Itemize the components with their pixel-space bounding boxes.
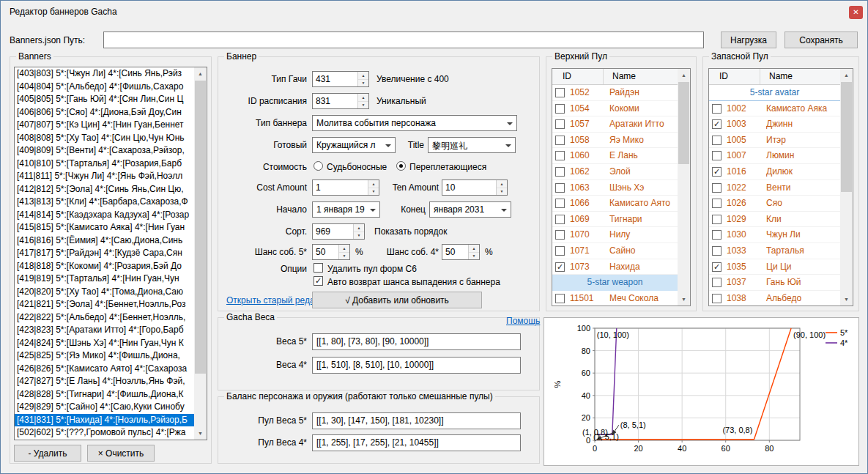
pool-row[interactable]: 1038Альбедо — [709, 291, 840, 305]
banner-list-item[interactable]: [428|828] 5*:[Тигнари] 4*:[Фишль,Диона,К — [15, 388, 194, 401]
banner-list-item[interactable]: [409|809] 5*:[Венти] 4*:[Сахароза,Рэйзор… — [15, 144, 194, 158]
spinner-buttons-icon[interactable] — [496, 180, 507, 195]
pool-row[interactable]: 1003Джинн — [709, 116, 840, 133]
weights4-input[interactable]: [[1, 510], [8, 510], [10, 10000]] — [312, 357, 521, 374]
scrollbar-up-icon[interactable] — [678, 69, 690, 81]
pool-row[interactable]: 1022Венти — [709, 180, 840, 196]
pool-row-checkbox[interactable] — [555, 119, 565, 129]
pool-row[interactable]: 1060Е Лань — [552, 148, 678, 164]
pool-row[interactable]: 1029Кли — [709, 212, 840, 228]
pool-row-checkbox[interactable] — [555, 215, 565, 224]
spinner-buttons-icon[interactable] — [357, 72, 368, 86]
banner-list-item[interactable]: [416|816] 5*:[Ёимия] 4*:[Саю,Диона,Синь — [15, 234, 194, 248]
banner-list-item[interactable]: [406|806] 5*:[Сяо] 4*:[Диона,Бэй Доу,Син — [15, 106, 194, 119]
pool-row[interactable]: 1062Элой — [552, 164, 678, 180]
scrollbar-up-icon[interactable] — [194, 67, 207, 80]
spinner-buttons-icon[interactable] — [338, 245, 349, 259]
banner-list-item[interactable]: [423|823] 5*:[Аратаки Итто] 4*:[Горо,Бар… — [15, 324, 194, 337]
pool-row-checkbox[interactable] — [712, 104, 722, 114]
gacha-type-input[interactable]: 431 — [312, 71, 369, 87]
banner-list-item[interactable]: [403|803] 5*:[Чжун Ли] 4*:[Синь Янь,Рэйз — [15, 67, 194, 81]
banner-type-select[interactable]: Молитва события персонажа — [312, 115, 517, 131]
add-update-button[interactable]: √ Добавить или обновить — [312, 292, 482, 308]
save-button[interactable]: Сохранять — [784, 32, 858, 48]
banner-list-item[interactable]: [414|814] 5*:[Каэдэхара Кадзуха] 4*:[Роз… — [15, 209, 194, 222]
pool-row[interactable]: 1026Сяо — [709, 196, 840, 212]
banners-scrollbar[interactable] — [194, 67, 207, 440]
banner-list-item[interactable]: [411|811] 5*:[Чжун Ли] 4*:[Янь Фэй,Ноэлл — [15, 170, 194, 183]
schedule-id-input[interactable]: 831 — [312, 93, 369, 109]
delete-banner-button[interactable]: - Удалить — [14, 445, 81, 462]
ten-amount-input[interactable]: 10 — [442, 179, 508, 196]
banner-list-item[interactable]: [420|820] 5*:[Ху Тао] 4*:[Тома,Диона,Саю — [15, 286, 194, 299]
scrollbar-down-icon[interactable] — [840, 293, 853, 305]
pool-row-checkbox[interactable] — [712, 199, 722, 208]
banner-list-item[interactable]: [415|815] 5*:[Камисато Аяка] 4*:[Нин Гуа… — [15, 221, 194, 234]
banner-list-item[interactable]: [502|602] 5*:[???,Громовой пульс] 4*:[Рж… — [15, 426, 194, 440]
banner-list-item[interactable]: [421|821] 5*:[Эола] 4*:[Беннет,Ноэлль,Ро… — [15, 298, 194, 311]
remove-c6-checkbox[interactable] — [314, 263, 323, 273]
pool-row-checkbox[interactable] — [712, 215, 722, 224]
pool-row-checkbox[interactable] — [712, 151, 722, 160]
event-chance4-input[interactable]: 50 — [442, 244, 480, 260]
pool-row-checkbox[interactable] — [555, 104, 565, 114]
pool-row[interactable]: 1054Кокоми — [552, 101, 678, 117]
auto-return-checkbox[interactable] — [314, 276, 323, 286]
scrollbar-thumb[interactable] — [195, 81, 206, 374]
scrollbar-thumb[interactable] — [678, 82, 689, 164]
pool-row-checkbox[interactable] — [555, 167, 565, 177]
scrollbar-thumb[interactable] — [841, 82, 852, 192]
cost-radio-fate[interactable] — [314, 161, 323, 171]
banner-list-item[interactable]: [417|817] 5*:[Райдэн] 4*:[Кудзё Сара,Сян — [15, 247, 194, 260]
pool-row[interactable]: 1005Итэр — [709, 133, 840, 149]
banner-list-item[interactable]: [405|805] 5*:[Гань Юй] 4*:[Сян Лин,Син Ц — [15, 93, 194, 106]
spinner-buttons-icon[interactable] — [357, 94, 368, 108]
begin-date-picker[interactable]: 1 января 19 — [312, 201, 380, 218]
pool-row[interactable]: 1030Чжун Ли — [709, 227, 840, 243]
banner-list-item[interactable]: [427|827] 5*:[Е Лань] 4*:[Ноэлль,Янь Фэй… — [15, 375, 194, 388]
banner-list-item[interactable]: [424|824] 5*:[Шэнь Хэ] 4*:[Нин Гуан,Чун … — [15, 337, 194, 350]
path-input[interactable] — [103, 32, 704, 48]
pool-row-checkbox[interactable] — [712, 119, 722, 129]
pool-row-checkbox[interactable] — [712, 294, 722, 303]
banner-list-item[interactable]: [425|825] 5*:[Яэ Мико] 4*:[Фишль,Диона, — [15, 349, 194, 363]
sort-input[interactable]: 969 — [312, 223, 365, 240]
pool-row[interactable]: 1071Сайно — [552, 243, 678, 259]
pool-row-checkbox[interactable] — [555, 199, 565, 208]
pool-row[interactable]: 1033Тарталья — [709, 243, 840, 259]
scrollbar-down-icon[interactable] — [678, 293, 690, 305]
pool-row-checkbox[interactable] — [555, 136, 565, 145]
pool-row-checkbox[interactable] — [555, 151, 565, 160]
pool-row[interactable]: 1037Гань Юй — [709, 275, 840, 291]
pool-weights4-input[interactable]: [[1, 255], [17, 255], [21, 10455]] — [312, 434, 521, 451]
banners-list[interactable]: [403|803] 5*:[Чжун Ли] 4*:[Синь Янь,Рэйз… — [14, 67, 207, 440]
pool-row[interactable]: 1063Шэнь Хэ — [552, 180, 678, 196]
spinner-buttons-icon[interactable] — [353, 224, 364, 239]
pool-row-checkbox[interactable] — [555, 246, 565, 256]
load-button[interactable]: Нагрузка — [721, 32, 776, 48]
pool-row[interactable]: 1052Райдэн — [552, 85, 678, 101]
banner-list-item[interactable]: [412|812] 5*:[Эола] 4*:[Синь Янь,Син Цю, — [15, 183, 194, 196]
pool-row[interactable]: 1057Аратаки Итто — [552, 116, 678, 133]
clear-banners-button[interactable]: × Очистить — [87, 445, 155, 462]
spinner-buttons-icon[interactable] — [468, 245, 479, 259]
pool-row-checkbox[interactable] — [712, 278, 722, 287]
scrollbar-down-icon[interactable] — [194, 427, 207, 440]
pool-row[interactable]: 1035Ци Ци — [709, 259, 840, 275]
pool-weights5-input[interactable]: [[1, 30], [147, 150], [181, 10230]] — [312, 412, 521, 429]
pool-row-checkbox[interactable] — [712, 246, 722, 256]
upper-pool-scrollbar[interactable] — [678, 69, 690, 305]
banner-list-item[interactable]: [418|818] 5*:[Кокоми] 4*:[Розария,Бэй До — [15, 260, 194, 273]
pool-row[interactable]: 1069Тигнари — [552, 212, 678, 228]
pool-row[interactable]: 1058Яэ Мико — [552, 133, 678, 149]
pool-row[interactable]: 1002Камисато Аяка — [709, 101, 840, 117]
pool-row-checkbox[interactable] — [555, 88, 565, 97]
banner-list-item[interactable]: [413|813] 5*:[Кли] 4*:[Барбара,Сахароза,… — [15, 196, 194, 209]
pool-row-checkbox[interactable] — [555, 230, 565, 240]
close-button[interactable] — [849, 6, 863, 19]
help-link[interactable]: Помощь — [506, 316, 540, 326]
pool-row-checkbox[interactable] — [712, 136, 722, 145]
reserve-pool-scrollbar[interactable] — [840, 69, 853, 305]
pool-row[interactable]: 1073Нахида — [552, 259, 678, 275]
pool-row[interactable]: 1066Камисато Аято — [552, 196, 678, 212]
